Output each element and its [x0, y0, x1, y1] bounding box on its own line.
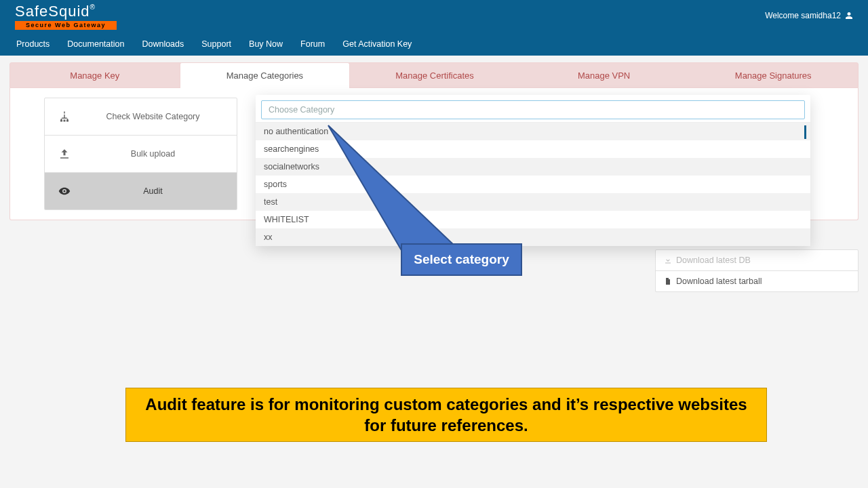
category-option[interactable]: socialnetworks [256, 158, 810, 176]
nav-get-activation-key[interactable]: Get Activation Key [342, 39, 412, 49]
nav-support[interactable]: Support [201, 39, 231, 49]
page-body: Manage Key Manage Categories Manage Cert… [0, 56, 868, 227]
category-input[interactable] [262, 101, 804, 119]
welcome-user[interactable]: Welcome samidha12 [765, 11, 853, 20]
category-dropdown: no authentication searchengines socialne… [256, 95, 810, 246]
category-option[interactable]: test [256, 193, 810, 211]
download-box-header: Download latest DB [656, 250, 858, 271]
nav-forum[interactable]: Forum [300, 39, 325, 49]
category-input-wrap [261, 100, 805, 119]
logo-registered: ® [90, 3, 95, 11]
brand-logo: SafeSquid® Secure Web Gateway [15, 4, 853, 30]
side-item-label: Check Website Category [83, 112, 223, 121]
tab-content: Check Website Category Bulk upload Audit… [9, 88, 859, 220]
info-banner-text: Audit feature is for monitoring custom c… [145, 395, 747, 434]
tab-manage-signatures[interactable]: Manage Signatures [688, 63, 858, 87]
tab-manage-vpn[interactable]: Manage VPN [519, 63, 689, 87]
download-box-header-text: Download latest DB [676, 256, 751, 265]
tab-manage-categories[interactable]: Manage Categories [180, 62, 351, 88]
logo-text: SafeSquid [15, 3, 90, 20]
tab-strip: Manage Key Manage Categories Manage Cert… [9, 62, 859, 88]
nav-products[interactable]: Products [16, 39, 50, 49]
tab-manage-key[interactable]: Manage Key [10, 63, 180, 87]
nav-buy-now[interactable]: Buy Now [249, 39, 283, 49]
primary-nav: Products Documentation Downloads Support… [15, 30, 853, 56]
category-option[interactable]: xx [256, 228, 810, 246]
category-option[interactable]: no authentication [256, 123, 810, 140]
nav-downloads[interactable]: Downloads [142, 39, 184, 49]
eye-icon [58, 185, 71, 197]
category-options[interactable]: no authentication searchengines socialne… [256, 122, 810, 246]
category-option[interactable]: WHITELIST [256, 211, 810, 228]
user-icon [845, 12, 853, 20]
input-accent-bar [804, 125, 806, 139]
category-option[interactable]: searchengines [256, 140, 810, 158]
file-icon [664, 277, 672, 285]
side-item-label: Bulk upload [83, 149, 223, 159]
side-item-check-website-category[interactable]: Check Website Category [45, 98, 237, 136]
callout-text: Select category [414, 252, 509, 267]
download-row-text: Download latest tarball [676, 277, 762, 286]
logo-tagline: Secure Web Gateway [15, 21, 117, 30]
info-banner: Audit feature is for monitoring custom c… [125, 388, 767, 442]
download-icon [664, 256, 672, 264]
upload-icon [58, 148, 71, 160]
tab-manage-certificates[interactable]: Manage Certificates [350, 63, 519, 87]
category-option[interactable]: sports [256, 176, 810, 193]
hierarchy-icon [58, 110, 71, 123]
callout-select-category: Select category [401, 243, 522, 276]
side-menu: Check Website Category Bulk upload Audit [44, 98, 237, 210]
side-item-audit[interactable]: Audit [45, 173, 237, 209]
top-header: SafeSquid® Secure Web Gateway Welcome sa… [0, 0, 868, 56]
side-item-bulk-upload[interactable]: Bulk upload [45, 136, 237, 173]
side-item-label: Audit [83, 186, 223, 196]
download-box: Download latest DB Download latest tarba… [655, 249, 859, 292]
nav-documentation[interactable]: Documentation [67, 39, 124, 49]
welcome-text: Welcome samidha12 [765, 11, 841, 20]
download-latest-tarball[interactable]: Download latest tarball [656, 271, 858, 291]
